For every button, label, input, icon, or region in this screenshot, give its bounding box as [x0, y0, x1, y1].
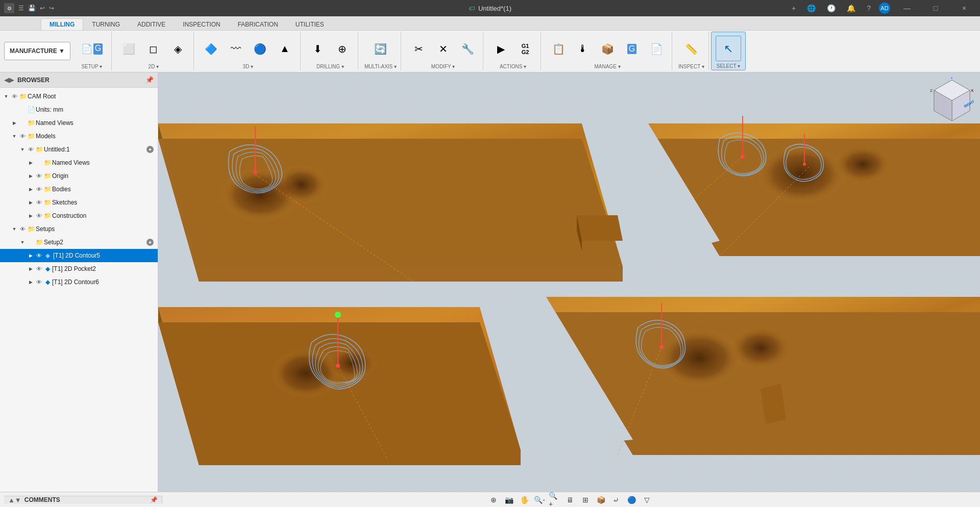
manage-btn5[interactable]: 📄	[645, 35, 668, 62]
save-icon[interactable]: 💾	[28, 5, 36, 12]
setup-btn[interactable]: 📄 G	[77, 35, 107, 62]
tree-item-construction[interactable]: ▶ 👁 📁 Construction	[0, 209, 158, 222]
sketches-eye[interactable]: 👁	[35, 198, 43, 207]
tree-item-untitled1[interactable]: ▼ 👁 📁 Untitled:1 ●	[0, 143, 158, 156]
3d-btn2[interactable]: 〰	[225, 35, 247, 62]
multiaxis-btn1[interactable]: 🔄	[369, 35, 391, 62]
time-icon[interactable]: 🕐	[824, 4, 839, 12]
setups-expand[interactable]: ▼	[10, 225, 18, 233]
user-avatar[interactable]: AD	[879, 3, 890, 14]
tree-item-cam-root[interactable]: ▼ 👁 📁 CAM Root	[0, 90, 158, 103]
status-camera-icon[interactable]: 📷	[503, 494, 515, 506]
help-icon[interactable]: ?	[864, 4, 874, 12]
navigation-cube[interactable]: RIGHT Y X Z→	[929, 78, 975, 123]
tree-item-named-views-1[interactable]: ▶ 📁 Named Views	[0, 116, 158, 130]
origin-expand[interactable]: ▶	[27, 172, 35, 180]
actions-btn2[interactable]: G1G2	[514, 35, 536, 62]
manage-btn4[interactable]: G	[621, 35, 643, 62]
3d-btn4[interactable]: ▲	[274, 35, 296, 62]
tree-item-contour5[interactable]: ▶ 👁 ◆ [T1] 2D Contour5	[0, 249, 158, 262]
drilling-btn2[interactable]: ⊕	[331, 35, 354, 62]
close-button[interactable]: ×	[952, 0, 976, 16]
undo-icon[interactable]: ↩	[40, 5, 45, 12]
manage-btn2[interactable]: 🌡	[572, 35, 594, 62]
tab-inspection[interactable]: INSPECTION	[174, 18, 229, 30]
contour5-expand[interactable]: ▶	[27, 251, 35, 260]
status-zoom-in-icon[interactable]: 🔍+	[549, 494, 561, 506]
tree-item-contour6[interactable]: ▶ 👁 ◆ [T1] 2D Contour6	[0, 275, 158, 289]
status-filter-icon[interactable]: ▽	[641, 494, 653, 506]
2d-btn3[interactable]: ◈	[167, 35, 189, 62]
redo-icon[interactable]: ↪	[49, 5, 54, 12]
status-display-icon[interactable]: 🖥	[564, 494, 576, 506]
manufacture-dropdown[interactable]: MANUFACTURE ▼	[4, 42, 70, 60]
tab-turning[interactable]: TURNING	[83, 18, 129, 30]
browser-collapse-icon[interactable]: ◀▶	[4, 76, 14, 84]
pocket2-expand[interactable]: ▶	[27, 265, 35, 273]
contour6-expand[interactable]: ▶	[27, 278, 35, 286]
construction-expand[interactable]: ▶	[27, 212, 35, 220]
cam-root-expand[interactable]: ▼	[2, 92, 10, 100]
tree-item-sketches[interactable]: ▶ 👁 📁 Sketches	[0, 196, 158, 209]
tab-fabrication[interactable]: FABRICATION	[229, 18, 287, 30]
status-box-icon[interactable]: 📦	[595, 494, 607, 506]
actions-btn1[interactable]: ▶	[489, 35, 512, 62]
select-btn1[interactable]: ↖	[716, 36, 741, 61]
construction-eye[interactable]: 👁	[35, 212, 43, 220]
global-icon[interactable]: 🌐	[804, 4, 819, 12]
inspect-btn1[interactable]: 📏	[680, 35, 703, 62]
named-views-2-expand[interactable]: ▶	[27, 159, 35, 167]
modify-btn2[interactable]: ✕	[432, 35, 454, 62]
models-eye[interactable]: 👁	[18, 132, 27, 140]
models-expand[interactable]: ▼	[10, 132, 18, 140]
drilling-btn1[interactable]: ⬇	[307, 35, 329, 62]
named-views-1-expand[interactable]: ▶	[10, 119, 18, 127]
status-grid-icon[interactable]: ⊞	[579, 494, 592, 506]
setup2-expand[interactable]: ▼	[18, 238, 27, 246]
tree-item-models[interactable]: ▼ 👁 📁 Models	[0, 130, 158, 143]
contour5-eye[interactable]: 👁	[35, 251, 43, 260]
tree-item-origin[interactable]: ▶ 👁 📁 Origin	[0, 169, 158, 183]
untitled1-expand[interactable]: ▼	[18, 145, 27, 154]
status-zoom-out-icon[interactable]: 🔍-	[533, 494, 546, 506]
tree-item-pocket2[interactable]: ▶ 👁 ◆ [T1] 2D Pocket2	[0, 262, 158, 275]
bodies-eye[interactable]: 👁	[35, 185, 43, 193]
setups-eye[interactable]: 👁	[18, 225, 27, 233]
untitled1-eye[interactable]: 👁	[27, 145, 35, 154]
tab-additive[interactable]: ADDITIVE	[129, 18, 174, 30]
2d-btn1[interactable]: ⬜	[118, 35, 140, 62]
browser-pin-icon[interactable]: 📌	[145, 76, 154, 84]
sketches-expand[interactable]: ▶	[27, 198, 35, 207]
status-material-icon[interactable]: 🔵	[625, 494, 638, 506]
notify-icon[interactable]: 🔔	[844, 4, 859, 12]
tab-milling[interactable]: MILLING	[41, 18, 83, 30]
viewport[interactable]: RIGHT Y X Z→	[158, 72, 980, 492]
contour6-eye[interactable]: 👁	[35, 278, 43, 286]
add-tab-btn[interactable]: +	[789, 4, 799, 12]
status-home-icon[interactable]: ⊕	[487, 494, 500, 506]
3d-btn3[interactable]: 🔵	[249, 35, 272, 62]
manage-btn3[interactable]: 📦	[596, 35, 619, 62]
tree-item-named-views-2[interactable]: ▶ 📁 Named Views	[0, 156, 158, 169]
tree-item-bodies[interactable]: ▶ 👁 📁 Bodies	[0, 183, 158, 196]
comments-collapse-icon[interactable]: ▲▼	[8, 496, 21, 504]
tree-item-setups[interactable]: ▼ 👁 📁 Setups	[0, 222, 158, 236]
modify-btn1[interactable]: ✂	[407, 35, 430, 62]
comments-pin-icon[interactable]: 📌	[150, 496, 158, 503]
manage-btn1[interactable]: 📋	[547, 35, 570, 62]
menu-icon[interactable]: ☰	[18, 5, 24, 12]
tree-item-units[interactable]: 📄 Units: mm	[0, 103, 158, 116]
maximize-button[interactable]: □	[924, 0, 947, 16]
3d-btn1[interactable]: 🔷	[200, 35, 223, 62]
pocket2-eye[interactable]: 👁	[35, 265, 43, 273]
modify-btn3[interactable]: 🔧	[456, 35, 479, 62]
status-refresh-icon[interactable]: ⤾	[610, 494, 622, 506]
tab-utilities[interactable]: UTILITIES	[287, 18, 333, 30]
status-pan-icon[interactable]: 🖐	[518, 494, 530, 506]
minimize-button[interactable]: —	[895, 0, 919, 16]
bodies-expand[interactable]: ▶	[27, 185, 35, 193]
origin-eye[interactable]: 👁	[35, 172, 43, 180]
tree-item-setup2[interactable]: ▼ 📁 Setup2 ●	[0, 236, 158, 249]
2d-btn2[interactable]: ◻	[142, 35, 165, 62]
cam-root-eye[interactable]: 👁	[10, 92, 18, 100]
